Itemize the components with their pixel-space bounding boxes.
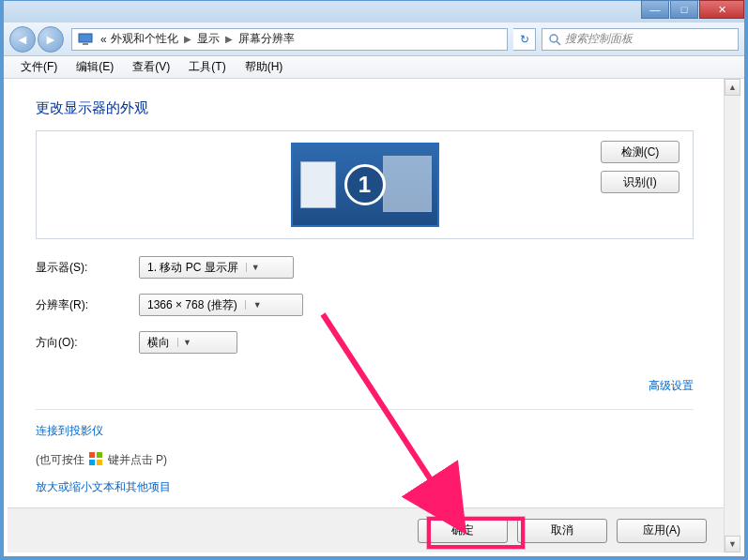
address-bar[interactable]: « 外观和个性化 ▶ 显示 ▶ 屏幕分辨率 <box>71 28 508 51</box>
search-icon <box>548 33 561 46</box>
svg-line-3 <box>557 41 560 45</box>
breadcrumb-seg[interactable]: 屏幕分辨率 <box>238 31 295 47</box>
resolution-dropdown[interactable]: 1366 × 768 (推荐) ▼ <box>139 294 303 316</box>
menu-view[interactable]: 查看(V) <box>123 57 179 77</box>
menu-file[interactable]: 文件(F) <box>11 57 67 77</box>
menu-edit[interactable]: 编辑(E) <box>67 57 123 77</box>
content-area: 更改显示器的外观 1 检测(C) 识别(I) 显示器(S): 1. 移动 PC … <box>8 79 722 506</box>
title-bar: — □ ✕ <box>4 0 744 23</box>
breadcrumb-seg[interactable]: 外观和个性化 <box>111 31 178 47</box>
nav-forward-button[interactable]: ► <box>38 26 64 53</box>
ok-button[interactable]: 确定 <box>418 519 508 543</box>
projector-hint-tail: 键并点击 P) <box>104 453 167 466</box>
vertical-scrollbar[interactable]: ▲ ▼ <box>724 79 740 552</box>
orientation-label: 方向(O): <box>36 335 139 351</box>
chevron-right-icon: ▶ <box>184 34 191 44</box>
display-preview-panel: 1 检测(C) 识别(I) <box>36 130 694 239</box>
nav-back-button[interactable]: ◄ <box>9 26 36 53</box>
navigation-bar: ◄ ► « 外观和个性化 ▶ 显示 ▶ 屏幕分辨率 ↻ 搜索控制面板 <box>4 23 744 56</box>
identify-button[interactable]: 识别(I) <box>601 171 679 193</box>
search-input[interactable]: 搜索控制面板 <box>542 28 739 51</box>
resolution-label: 分辨率(R): <box>36 297 139 313</box>
chevron-down-icon: ▼ <box>177 338 196 347</box>
menu-tools[interactable]: 工具(T) <box>179 57 235 77</box>
advanced-settings-link[interactable]: 高级设置 <box>649 379 694 392</box>
dialog-button-bar: 确定 取消 应用(A) <box>8 507 724 552</box>
breadcrumb-seg[interactable]: 显示 <box>197 31 220 47</box>
display-value: 1. 移动 PC 显示屏 <box>147 260 238 276</box>
minimize-button[interactable]: — <box>641 0 669 19</box>
maximize-button[interactable]: □ <box>670 0 698 19</box>
menu-bar: 文件(F) 编辑(E) 查看(V) 工具(T) 帮助(H) <box>4 56 744 79</box>
detect-button[interactable]: 检测(C) <box>601 141 679 163</box>
breadcrumb-seg[interactable]: « <box>100 33 107 46</box>
search-placeholder: 搜索控制面板 <box>565 31 633 47</box>
mock-window-icon <box>300 161 336 208</box>
monitor-icon <box>78 33 93 46</box>
apply-button[interactable]: 应用(A) <box>617 519 707 543</box>
chevron-down-icon: ▼ <box>245 300 264 310</box>
display-dropdown[interactable]: 1. 移动 PC 显示屏 ▼ <box>139 256 294 279</box>
refresh-button[interactable]: ↻ <box>513 28 536 51</box>
windows-logo-icon <box>89 452 102 465</box>
projector-hint-text: (也可按住 <box>36 453 87 466</box>
chevron-down-icon: ▼ <box>246 263 265 272</box>
monitor-preview[interactable]: 1 <box>291 143 439 227</box>
orientation-value: 横向 <box>147 335 170 351</box>
svg-rect-1 <box>83 43 88 45</box>
projector-link[interactable]: 连接到投影仪 <box>36 423 694 439</box>
svg-rect-0 <box>79 34 92 42</box>
svg-point-2 <box>550 35 557 42</box>
orientation-dropdown[interactable]: 横向 ▼ <box>139 331 237 354</box>
mock-window-icon <box>383 156 432 212</box>
menu-help[interactable]: 帮助(H) <box>236 57 293 77</box>
text-scaling-link[interactable]: 放大或缩小文本和其他项目 <box>36 479 694 495</box>
scroll-up-button[interactable]: ▲ <box>725 79 740 96</box>
scroll-down-button[interactable]: ▼ <box>725 536 740 552</box>
chevron-right-icon: ▶ <box>225 34 233 44</box>
monitor-number-badge: 1 <box>344 164 386 205</box>
resolution-value: 1366 × 768 (推荐) <box>147 297 237 313</box>
display-label: 显示器(S): <box>36 260 139 276</box>
close-button[interactable]: ✕ <box>699 0 744 19</box>
cancel-button[interactable]: 取消 <box>517 519 607 543</box>
page-heading: 更改显示器的外观 <box>36 99 694 117</box>
